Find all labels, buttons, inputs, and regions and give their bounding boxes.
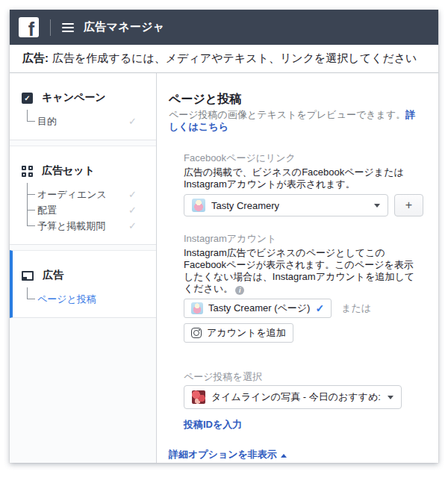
status-message: 広告を作成するには、メディアやテキスト、リンクを選択してください [52,52,417,66]
page-post-select[interactable]: タイムラインの写真 - 今日のおすすめ: ストロ... [184,385,402,409]
hamburger-menu-icon[interactable] [62,23,74,32]
sidebar-item-placement[interactable]: 配置 [27,202,156,218]
chevron-down-icon [374,204,380,208]
facebook-page-label: Facebookページにリンク [184,152,423,164]
completed-check-icon [128,220,137,231]
ad-frame-icon [22,271,34,281]
chevron-down-icon [388,396,393,399]
instagram-account-description: Instagram広告でビジネスのページとしてこのFacebookページが表示さ… [184,247,423,295]
select-post-label: ページ投稿を選択 [184,371,423,383]
or-separator: または [341,302,371,315]
status-prefix: 広告: [22,52,49,66]
ad-set-grid-icon [22,166,33,177]
chevron-up-icon [281,454,287,458]
completed-check-icon [128,116,137,127]
sidebar-section-label: キャンペーン [42,91,106,105]
enter-post-id-link[interactable]: 投稿IDを入力 [184,418,242,431]
instagram-icon [191,328,202,338]
sidebar-section-label: 広告セット [42,164,95,178]
sidebar-item-label: 配置 [37,204,57,217]
info-icon[interactable] [235,286,244,295]
selected-check-icon [315,302,324,314]
facebook-page-select-value: Tasty Creamery [211,200,279,211]
instagram-description-text: Instagram広告でビジネスのページとしてこのFacebookページが表示さ… [184,247,414,294]
panel-title: ページと投稿 [169,92,423,107]
instagram-account-label: Instagramアカウント [184,233,423,245]
sidebar-item-label: オーディエンス [37,188,107,202]
app-title: 広告マネージャ [84,20,165,34]
sidebar-section-ad: 広告 ページと投稿 [10,250,156,318]
completed-check-icon [128,189,137,200]
panel-subtitle-text: ページ投稿の画像とテキストをプレビューできます。 [169,109,405,120]
advanced-options-row: 詳細オプションを非表示 [169,448,423,461]
sidebar-section-ad-set: 広告セット オーディエンス 配置 予算と掲載期間 [10,146,156,245]
selected-page-account-button[interactable]: Tasty Creamer (ページ) [184,299,332,318]
page-and-post-panel: ページと投稿 ページ投稿の画像とテキストをプレビューできます。詳しくはこちら F… [157,73,438,463]
sidebar-item-label: 目的 [37,115,57,128]
page-avatar [192,199,205,212]
sidebar-item-objective[interactable]: 目的 [27,113,156,129]
add-instagram-account-button[interactable]: アカウントを追加 [184,323,293,343]
facebook-page-section: Facebookページにリンク 広告の掲載で、ビジネスのFacebookページま… [184,152,423,216]
top-navigation-bar: f 広告マネージャ [10,10,438,45]
facebook-page-select[interactable]: Tasty Creamery [184,194,388,216]
add-account-label: アカウントを追加 [207,326,286,340]
sidebar-section-campaign: キャンペーン 目的 [10,73,156,140]
sidebar-item-audience[interactable]: オーディエンス [27,187,156,202]
add-page-button[interactable]: + [394,194,423,216]
page-post-select-value: タイムラインの写真 - 今日のおすすめ: ストロ... [211,390,382,404]
post-thumbnail [192,390,205,404]
sidebar-item-label: 予算と掲載期間 [37,219,105,233]
completed-check-icon [128,205,137,216]
sidebar-item-budget-schedule[interactable]: 予算と掲載期間 [27,218,156,234]
hide-advanced-options-link[interactable]: 詳細オプションを非表示 [169,449,277,460]
campaign-structure-sidebar: キャンペーン 目的 広告セット オーディエンス [10,73,157,463]
ads-manager-window: f 広告マネージャ 広告: 広告を作成するには、メディアやテキスト、リンクを選択… [10,10,438,463]
selected-account-label: Tasty Creamer (ページ) [208,302,310,315]
sidebar-item-page-and-post[interactable]: ページと投稿 [27,291,156,307]
facebook-logo-letter: f [28,22,34,37]
sidebar-item-label: ページと投稿 [37,293,96,306]
page-post-section: ページ投稿を選択 タイムラインの写真 - 今日のおすすめ: ストロ... 投稿I… [184,371,423,431]
facebook-logo[interactable]: f [19,17,39,37]
facebook-page-description: 広告の掲載で、ビジネスのFacebookページまたはInstagramアカウント… [184,166,423,190]
campaign-check-icon [22,93,33,104]
topbar-divider [50,19,51,36]
status-bar: 広告: 広告を作成するには、メディアやテキスト、リンクを選択してください [10,45,438,73]
panel-subtitle: ページ投稿の画像とテキストをプレビューできます。詳しくはこちら [169,109,423,133]
instagram-account-section: Instagramアカウント Instagram広告でビジネスのページとしてこの… [184,233,423,343]
page-avatar [191,302,203,314]
sidebar-section-label: 広告 [43,269,63,282]
